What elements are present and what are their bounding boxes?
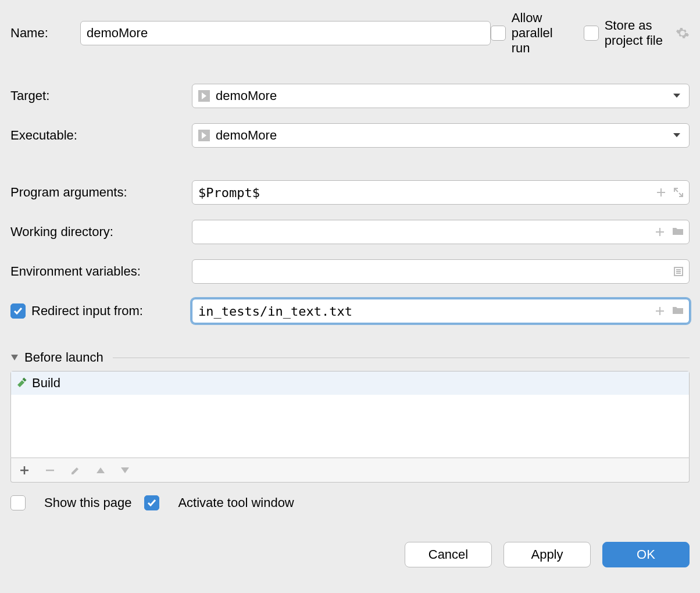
redirect-input-field[interactable] — [192, 299, 690, 323]
activate-tool-window-label: Activate tool window — [178, 495, 294, 510]
svg-rect-1 — [22, 377, 26, 381]
folder-icon[interactable] — [672, 227, 684, 237]
env-vars-input[interactable] — [192, 259, 690, 284]
program-args-label: Program arguments: — [10, 185, 192, 200]
show-this-page-checkbox[interactable] — [10, 495, 26, 510]
plus-icon[interactable] — [655, 306, 665, 316]
target-combo[interactable]: demoMore — [192, 84, 690, 108]
executable-label: Executable: — [10, 128, 192, 143]
target-value: demoMore — [216, 88, 277, 103]
name-label: Name: — [10, 26, 80, 41]
program-args-input[interactable] — [192, 180, 690, 205]
executable-combo[interactable]: demoMore — [192, 123, 690, 148]
before-launch-label: Before launch — [24, 350, 103, 365]
store-as-project-checkbox[interactable] — [584, 26, 599, 41]
move-up-icon[interactable] — [96, 467, 105, 474]
edit-icon[interactable] — [70, 465, 81, 476]
plus-icon[interactable] — [656, 187, 666, 198]
ok-button[interactable]: OK — [602, 542, 690, 567]
remove-icon[interactable] — [45, 465, 55, 476]
collapse-icon[interactable] — [10, 354, 19, 361]
before-launch-item[interactable]: Build — [11, 371, 689, 395]
run-icon — [198, 130, 210, 141]
redirect-input-label: Redirect input from: — [31, 303, 143, 319]
chevron-down-icon — [673, 133, 681, 138]
plus-icon[interactable] — [655, 227, 665, 237]
hammer-icon — [16, 377, 27, 389]
show-this-page-label: Show this page — [44, 495, 131, 510]
allow-parallel-label: Allow parallel run — [512, 10, 570, 56]
executable-value: demoMore — [216, 128, 277, 143]
before-launch-item-label: Build — [32, 376, 60, 391]
target-label: Target: — [10, 88, 192, 103]
cancel-button[interactable]: Cancel — [405, 542, 492, 567]
add-icon[interactable] — [19, 465, 30, 476]
folder-icon[interactable] — [672, 306, 684, 316]
run-icon — [198, 90, 210, 102]
before-launch-list: Build — [10, 371, 690, 458]
working-dir-input[interactable] — [192, 220, 690, 244]
chevron-down-icon — [673, 93, 681, 99]
allow-parallel-checkbox[interactable] — [491, 26, 506, 41]
working-dir-label: Working directory: — [10, 224, 192, 240]
activate-tool-window-checkbox[interactable] — [144, 495, 159, 510]
list-icon[interactable] — [673, 266, 684, 277]
apply-button[interactable]: Apply — [503, 542, 591, 567]
move-down-icon[interactable] — [120, 467, 130, 474]
gear-icon[interactable] — [676, 26, 690, 40]
name-input[interactable] — [80, 21, 491, 45]
divider — [113, 358, 690, 358]
expand-icon[interactable] — [673, 187, 684, 198]
env-vars-label: Environment variables: — [10, 264, 192, 279]
store-as-project-label: Store as project file — [605, 18, 670, 48]
redirect-input-checkbox[interactable] — [10, 303, 26, 319]
before-launch-toolbar — [10, 458, 690, 483]
